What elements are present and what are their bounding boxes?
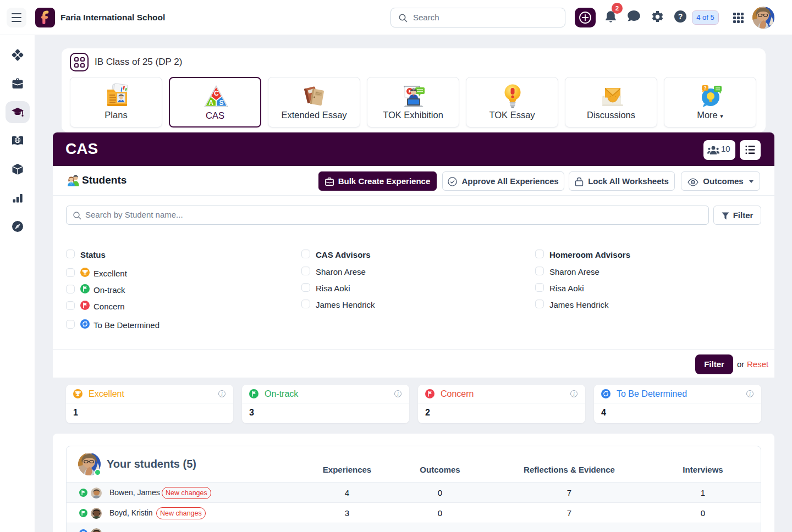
svg-text:C: C [214, 90, 219, 97]
svg-text:A: A [208, 99, 213, 107]
svg-text:?: ? [703, 85, 706, 91]
svg-text:S: S [219, 99, 223, 107]
svg-text:?: ? [678, 12, 683, 21]
